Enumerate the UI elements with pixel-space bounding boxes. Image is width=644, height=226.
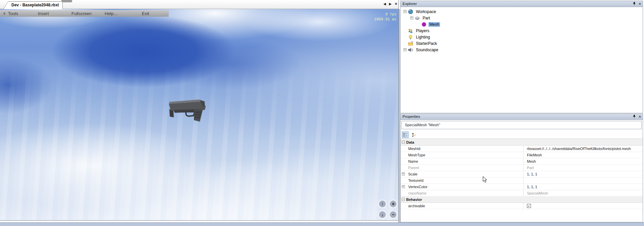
frame-time-value: 2009.91 ms: [374, 17, 396, 22]
lighting-icon: [408, 34, 413, 40]
mdi-controls: ◀ ▶ ✕: [383, 2, 397, 6]
tab-close-icon[interactable]: ✕: [394, 2, 397, 6]
selection-description: SpecialMesh "Mesh": [401, 121, 642, 129]
property-row-archivable[interactable]: archivable ✓: [401, 203, 643, 209]
menubar-close-icon[interactable]: x: [3, 11, 5, 16]
property-name: MeshId: [408, 147, 420, 151]
part-icon: [415, 15, 420, 21]
property-row-meshid[interactable]: MeshId rbxasset://../../../shareddata/Ri…: [401, 146, 643, 152]
tree-item-workspace[interactable]: + Workspace: [400, 8, 643, 15]
tab-strip: Dev - Baseplate2048.rbxl ◀ ▶ ✕: [0, 0, 398, 9]
properties-panel: Properties ✕ SpecialMesh "Mesh" A Z: [400, 114, 643, 222]
properties-close-icon[interactable]: ✕: [639, 115, 641, 119]
camera-nav-pad: ↑ + ↓ −: [378, 200, 397, 219]
window-bottom-strip: [0, 222, 644, 226]
3d-viewport[interactable]: x Tools Insert Fullscreen Help... Exit 0…: [0, 9, 398, 221]
expander-minus-icon[interactable]: −: [402, 141, 405, 144]
explorer-panel: Explorer ✕ + Workspace +: [400, 1, 643, 113]
property-row-textureid[interactable]: TextureId: [401, 177, 643, 184]
explorer-header[interactable]: Explorer ✕: [400, 1, 643, 7]
tree-item-label: Lighting: [415, 35, 431, 40]
property-value: Part: [523, 165, 642, 171]
tree-item-label: Part: [422, 16, 431, 20]
properties-toolbar: A Z ↓: [400, 131, 643, 139]
menu-item-fullscreen[interactable]: Fullscreen: [71, 11, 92, 16]
property-value: ✓: [523, 203, 642, 209]
menu-item-exit[interactable]: Exit: [142, 11, 149, 16]
category-label: Behavior: [406, 198, 422, 202]
tree-item-label: Players: [415, 28, 430, 33]
categorized-view-button[interactable]: [402, 132, 409, 138]
pistol-mesh[interactable]: [166, 96, 210, 123]
property-row-scale[interactable]: + Scale 1, 1, 1: [401, 171, 643, 177]
property-name: MeshType: [408, 153, 425, 157]
category-label: Data: [406, 140, 414, 144]
tree-item-label: StarterPack: [415, 41, 438, 46]
performance-overlay: 0 fps 2009.91 ms: [374, 12, 396, 22]
property-value[interactable]: FileMesh: [523, 152, 642, 158]
tab-prev-icon[interactable]: ◀: [383, 2, 386, 6]
expander-plus-icon[interactable]: +: [404, 48, 407, 51]
document-pane: Dev - Baseplate2048.rbxl ◀ ▶ ✕ x Tools: [0, 0, 399, 222]
property-name: VertexColor: [408, 185, 427, 189]
fps-value: 0 fps: [374, 12, 396, 17]
document-tab[interactable]: Dev - Baseplate2048.rbxl: [3, 1, 63, 9]
property-name: Scale: [408, 172, 418, 176]
tab-next-icon[interactable]: ▶: [389, 2, 392, 6]
property-row-classname[interactable]: className SpecialMesh: [401, 190, 643, 197]
camera-zoom-out-button[interactable]: −: [389, 210, 397, 219]
tree-item-starterpack[interactable]: StarterPack: [400, 40, 643, 47]
property-name: archivable: [408, 204, 425, 208]
menu-item-help[interactable]: Help...: [105, 11, 117, 16]
camera-zoom-in-button[interactable]: +: [389, 200, 397, 208]
expander-plus-icon[interactable]: +: [402, 185, 405, 188]
categorized-icon: [403, 133, 408, 137]
tree-item-label: Workspace: [415, 9, 437, 14]
property-value[interactable]: 1, 1, 1: [523, 184, 642, 190]
sort-az-icon: A Z ↓: [412, 133, 416, 137]
tree-item-mesh[interactable]: Mesh: [400, 21, 643, 27]
tree-item-soundscape[interactable]: + Soundscape: [400, 47, 643, 53]
expander-plus-icon[interactable]: +: [404, 10, 407, 13]
pin-icon[interactable]: [633, 2, 636, 6]
expander-plus-icon[interactable]: +: [410, 16, 413, 19]
menu-item-insert[interactable]: Insert: [38, 11, 49, 16]
explorer-close-icon[interactable]: ✕: [639, 2, 641, 6]
properties-header[interactable]: Properties ✕: [400, 114, 643, 120]
camera-up-button[interactable]: ↑: [378, 200, 387, 208]
expander-minus-icon[interactable]: −: [402, 198, 405, 201]
property-value[interactable]: [523, 177, 642, 184]
menu-item-tools[interactable]: Tools: [8, 11, 18, 16]
tree-item-label-selected: Mesh: [428, 22, 440, 27]
property-row-vertexcolor[interactable]: + VertexColor 1, 1, 1: [401, 184, 643, 190]
property-value[interactable]: rbxasset://../../../shareddata/RiseOfThe…: [523, 146, 642, 152]
sort-alphabetical-button[interactable]: A Z ↓: [411, 132, 417, 138]
tree-item-part[interactable]: + Part: [400, 15, 643, 21]
property-row-parent[interactable]: Parent Part: [401, 165, 643, 171]
starterpack-icon: [408, 41, 413, 46]
property-row-meshtype[interactable]: MeshType FileMesh: [401, 152, 643, 158]
category-row-data[interactable]: − Data: [401, 139, 643, 146]
tree-item-lighting[interactable]: Lighting: [400, 34, 643, 40]
tree-item-players[interactable]: Players: [400, 27, 643, 34]
explorer-title: Explorer: [402, 2, 417, 6]
soundscape-icon: [408, 47, 413, 53]
background-window-fragment: [61, 0, 72, 2]
camera-down-button[interactable]: ↓: [378, 210, 387, 219]
expander-plus-icon[interactable]: +: [402, 172, 405, 175]
tree-item-label: Soundscape: [415, 48, 439, 52]
property-value: SpecialMesh: [523, 190, 642, 197]
explorer-tree: + Workspace + Part Mes: [400, 7, 643, 53]
property-name: className: [408, 191, 426, 195]
game-menubar: x Tools Insert Fullscreen Help... Exit: [0, 10, 169, 17]
category-row-behavior[interactable]: − Behavior: [401, 197, 643, 203]
mesh-icon: [421, 22, 427, 27]
players-icon: [408, 28, 413, 33]
property-value[interactable]: Mesh: [523, 158, 642, 165]
archivable-checkbox[interactable]: ✓: [527, 204, 531, 208]
tab-title: Dev - Baseplate2048.rbxl: [3, 1, 63, 7]
pin-icon[interactable]: [633, 115, 636, 119]
property-row-name[interactable]: Name Mesh: [401, 158, 643, 165]
property-name: TextureId: [408, 178, 423, 182]
property-value[interactable]: 1, 1, 1: [523, 171, 642, 177]
